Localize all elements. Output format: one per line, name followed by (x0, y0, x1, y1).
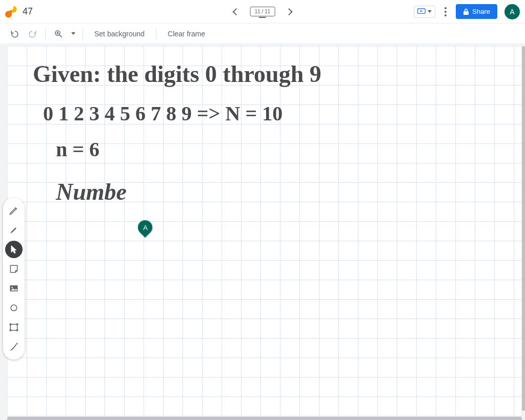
account-avatar[interactable]: A (504, 4, 520, 19)
image-icon (9, 283, 19, 293)
svg-point-7 (11, 305, 17, 311)
frame-counter-badge[interactable]: 11 / 11 (250, 7, 275, 16)
laser-icon (9, 342, 19, 352)
sticky-note-tool[interactable] (5, 260, 23, 278)
secondary-toolbar: Set background Clear frame (0, 24, 525, 44)
redo-icon (28, 29, 37, 38)
frame-navigator: 11 / 11 (234, 7, 292, 16)
pen-tool[interactable] (5, 202, 23, 219)
clear-frame-button[interactable]: Clear frame (161, 30, 211, 38)
present-dropdown-caret-icon (428, 10, 432, 13)
logo-title-group: 47 (5, 5, 33, 18)
highlighter-icon (9, 225, 19, 235)
vertical-scrollbar-thumb[interactable] (522, 46, 525, 411)
select-tool[interactable] (5, 241, 23, 258)
handwriting-line-1: Given: the digits 0 through 9 (33, 61, 321, 87)
undo-icon (10, 29, 19, 38)
handwriting-line-3: n = 6 (56, 138, 99, 161)
svg-rect-10 (16, 324, 18, 325)
handwriting-line-4: Numbe (55, 179, 127, 205)
svg-rect-11 (10, 329, 11, 331)
laser-tool[interactable] (5, 338, 23, 355)
horizontal-scrollbar-thumb[interactable] (7, 417, 522, 420)
zoom-button[interactable] (51, 26, 66, 41)
jamboard-logo-icon (5, 5, 18, 18)
svg-rect-8 (10, 324, 17, 330)
text-box-icon (9, 322, 19, 332)
svg-point-6 (11, 287, 13, 288)
shape-tool[interactable] (5, 299, 23, 317)
highlighter-tool[interactable] (5, 221, 23, 239)
jamboard-canvas[interactable]: Given: the digits 0 through 9 0 1 2 3 4 … (7, 46, 522, 417)
next-frame-button[interactable] (285, 8, 292, 15)
zoom-icon (54, 29, 63, 38)
prev-frame-button[interactable] (233, 8, 240, 15)
canvas-stage: Given: the digits 0 through 9 0 1 2 3 4 … (0, 44, 525, 420)
toolbar-divider (156, 28, 156, 39)
handwriting-line-2: 0 1 2 3 4 5 6 7 8 9 => N = 10 (43, 102, 282, 125)
toolbar-divider (45, 28, 46, 39)
more-options-button[interactable] (442, 5, 449, 18)
zoom-dropdown-caret-icon[interactable] (71, 32, 75, 35)
undo-button[interactable] (7, 26, 23, 41)
redo-button[interactable] (25, 26, 40, 41)
pointer-icon (9, 244, 19, 255)
presence-pin-icon: A (135, 217, 155, 238)
svg-rect-9 (10, 324, 11, 325)
svg-rect-12 (16, 329, 18, 331)
present-button[interactable] (414, 6, 435, 18)
share-button-label: Share (472, 8, 490, 15)
toolbar-divider (83, 28, 83, 39)
svg-line-2 (59, 35, 62, 37)
sticky-note-icon (9, 264, 19, 274)
present-icon (417, 8, 426, 15)
app-header: 47 11 / 11 Share A (0, 0, 525, 24)
handwriting-layer: Given: the digits 0 through 9 0 1 2 3 4 … (7, 46, 520, 420)
lock-icon (463, 8, 469, 15)
collaborator-presence-cursor: A (138, 220, 153, 241)
horizontal-scrollbar[interactable] (7, 417, 522, 420)
text-box-tool[interactable] (5, 319, 23, 336)
set-background-button[interactable]: Set background (88, 30, 151, 38)
header-right-group: Share A (414, 4, 520, 19)
vertical-scrollbar[interactable] (522, 46, 525, 411)
image-tool[interactable] (5, 280, 23, 297)
pen-icon (9, 205, 19, 216)
document-title[interactable]: 47 (23, 6, 33, 17)
drawing-tools-panel (3, 198, 25, 360)
presence-letter: A (143, 224, 148, 232)
circle-icon (9, 303, 19, 313)
share-button[interactable]: Share (456, 4, 497, 19)
